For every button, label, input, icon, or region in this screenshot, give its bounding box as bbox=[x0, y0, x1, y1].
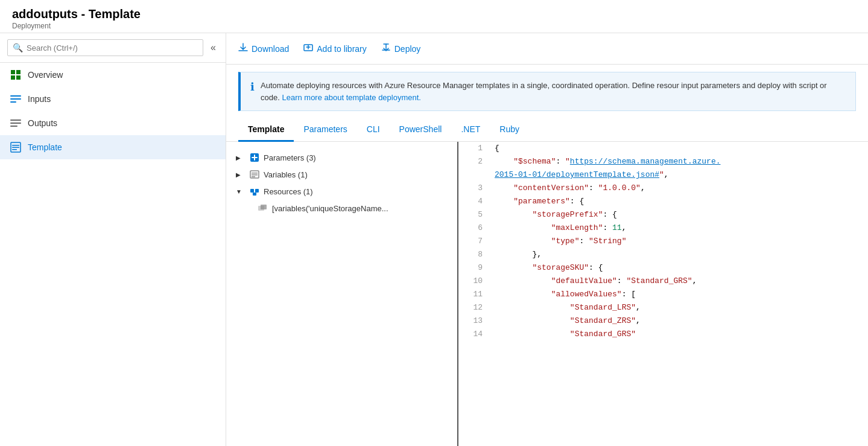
collapse-sidebar-button[interactable]: « bbox=[208, 40, 218, 56]
info-text: Automate deploying resources with Azure … bbox=[261, 80, 846, 103]
page-header: addoutputs - Template Deployment bbox=[0, 0, 868, 33]
search-icon: 🔍 bbox=[13, 43, 23, 53]
code-line-14: 14 "Standard_GRS" bbox=[458, 328, 868, 341]
overview-icon bbox=[10, 69, 22, 81]
sidebar-item-overview[interactable]: Overview bbox=[0, 63, 226, 87]
code-line-4: 4 "parameters": { bbox=[458, 195, 868, 208]
search-input-wrap[interactable]: 🔍 bbox=[7, 39, 203, 56]
svg-rect-18 bbox=[252, 174, 258, 176]
parameters-tree-icon bbox=[249, 152, 260, 163]
code-panel[interactable]: 1 { 2 "$schema": "https://schema.managem… bbox=[458, 142, 868, 446]
svg-rect-11 bbox=[12, 145, 19, 146]
code-line-10: 10 "defaultValue": "Standard_GRS", bbox=[458, 275, 868, 288]
deploy-button[interactable]: Deploy bbox=[381, 40, 421, 57]
svg-rect-7 bbox=[10, 119, 21, 121]
svg-rect-24 bbox=[261, 205, 267, 209]
deploy-icon bbox=[381, 43, 391, 54]
sidebar: 🔍 « Overview Inputs O bbox=[0, 33, 226, 446]
tree-item-resource-child[interactable]: [variables('uniqueStorageName... bbox=[226, 200, 457, 217]
nav-list: Overview Inputs Outputs Template bbox=[0, 63, 226, 159]
code-line-1: 1 { bbox=[458, 142, 868, 155]
sidebar-item-inputs-label: Inputs bbox=[28, 94, 51, 104]
download-icon bbox=[238, 43, 248, 54]
tree-label-parameters: Parameters (3) bbox=[264, 153, 316, 162]
tab-template[interactable]: Template bbox=[238, 118, 294, 142]
svg-rect-5 bbox=[10, 98, 21, 100]
sidebar-item-template[interactable]: Template bbox=[0, 135, 226, 159]
outputs-icon bbox=[10, 117, 22, 129]
code-line-12: 12 "Standard_LRS", bbox=[458, 301, 868, 314]
resources-tree-icon bbox=[249, 186, 260, 197]
svg-rect-3 bbox=[16, 75, 21, 80]
code-line-9: 9 "storageSKU": { bbox=[458, 261, 868, 275]
info-banner: ℹ Automate deploying resources with Azur… bbox=[238, 72, 856, 111]
tree-toggle-variables[interactable]: ▶ bbox=[236, 171, 246, 178]
svg-rect-21 bbox=[255, 189, 259, 193]
tree-label-resource-child: [variables('uniqueStorageName... bbox=[272, 204, 388, 213]
template-icon bbox=[10, 141, 22, 153]
svg-rect-19 bbox=[252, 176, 255, 177]
sidebar-item-overview-label: Overview bbox=[28, 70, 63, 80]
tree-item-resources[interactable]: ▼ Resources (1) bbox=[226, 183, 457, 200]
svg-rect-6 bbox=[10, 101, 16, 103]
download-button[interactable]: Download bbox=[238, 40, 289, 57]
search-bar: 🔍 « bbox=[0, 33, 226, 63]
variables-tree-icon bbox=[249, 169, 260, 180]
page-title: addoutputs - Template bbox=[12, 7, 856, 21]
code-line-5: 5 "storagePrefix": { bbox=[458, 208, 868, 221]
inputs-icon bbox=[10, 93, 22, 105]
code-line-11: 11 "allowedValues": [ bbox=[458, 288, 868, 301]
tab-cli[interactable]: CLI bbox=[357, 118, 390, 142]
learn-more-link[interactable]: Learn more about template deployment. bbox=[282, 93, 421, 102]
sidebar-item-inputs[interactable]: Inputs bbox=[0, 87, 226, 111]
code-line-3: 3 "contentVersion": "1.0.0.0", bbox=[458, 182, 868, 195]
code-line-2b: 2015-01-01/deploymentTemplate.json#", bbox=[458, 168, 868, 182]
code-line-7: 7 "type": "String" bbox=[458, 235, 868, 248]
tree-toggle-parameters[interactable]: ▶ bbox=[236, 155, 246, 161]
sidebar-item-template-label: Template bbox=[28, 142, 62, 152]
svg-rect-22 bbox=[253, 193, 256, 196]
tree-label-resources: Resources (1) bbox=[264, 187, 313, 196]
tab-dotnet[interactable]: .NET bbox=[451, 118, 490, 142]
svg-rect-4 bbox=[10, 95, 21, 97]
tab-ruby[interactable]: Ruby bbox=[490, 118, 529, 142]
svg-rect-0 bbox=[11, 70, 15, 74]
svg-rect-8 bbox=[10, 123, 21, 124]
info-icon: ℹ bbox=[250, 80, 255, 94]
tree-panel: ▶ Parameters (3) ▶ Variables (1) ▼ bbox=[226, 142, 458, 446]
tab-powershell[interactable]: PowerShell bbox=[390, 118, 452, 142]
svg-rect-9 bbox=[10, 126, 17, 127]
add-to-library-button[interactable]: Add to library bbox=[303, 40, 366, 57]
code-line-2: 2 "$schema": "https://schema.management.… bbox=[458, 155, 868, 168]
sidebar-item-outputs[interactable]: Outputs bbox=[0, 111, 226, 135]
tree-item-parameters[interactable]: ▶ Parameters (3) bbox=[226, 149, 457, 166]
svg-rect-12 bbox=[12, 147, 19, 148]
svg-rect-13 bbox=[12, 149, 17, 150]
page-subtitle: Deployment bbox=[12, 22, 856, 30]
main-layout: 🔍 « Overview Inputs O bbox=[0, 33, 868, 446]
tree-toggle-resources[interactable]: ▼ bbox=[236, 188, 246, 195]
svg-rect-1 bbox=[16, 70, 21, 74]
sidebar-item-outputs-label: Outputs bbox=[28, 118, 57, 128]
content-area: ▶ Parameters (3) ▶ Variables (1) ▼ bbox=[226, 142, 868, 446]
tree-item-variables[interactable]: ▶ Variables (1) bbox=[226, 166, 457, 183]
svg-rect-2 bbox=[11, 75, 15, 80]
code-line-6: 6 "maxLength": 11, bbox=[458, 221, 868, 235]
right-content: Download Add to library Deploy ℹ Automat… bbox=[226, 33, 868, 446]
resource-child-icon bbox=[258, 203, 268, 214]
code-line-13: 13 "Standard_ZRS", bbox=[458, 314, 868, 328]
code-line-8: 8 }, bbox=[458, 248, 868, 261]
tabs: Template Parameters CLI PowerShell .NET … bbox=[226, 118, 868, 142]
tab-parameters[interactable]: Parameters bbox=[294, 118, 356, 142]
library-icon bbox=[303, 43, 313, 54]
tree-label-variables: Variables (1) bbox=[264, 170, 308, 179]
svg-rect-20 bbox=[250, 189, 254, 193]
svg-rect-17 bbox=[252, 173, 258, 174]
toolbar: Download Add to library Deploy bbox=[226, 33, 868, 65]
search-input[interactable] bbox=[27, 43, 198, 53]
